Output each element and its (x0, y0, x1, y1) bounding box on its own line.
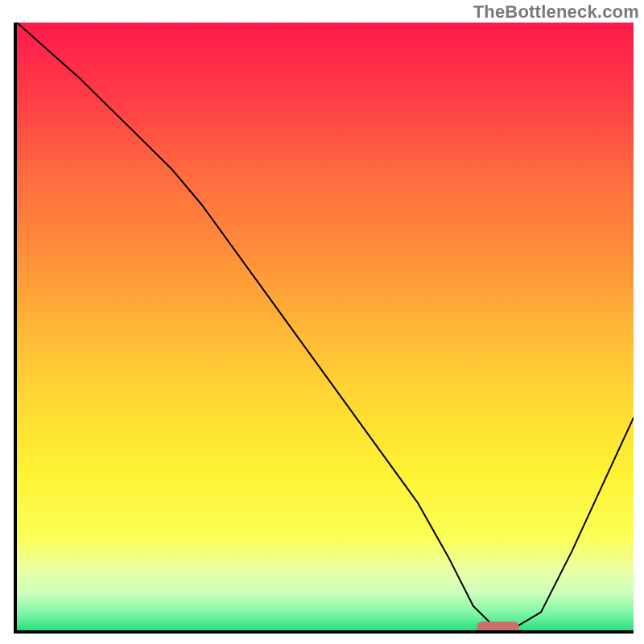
gradient-background (17, 23, 634, 630)
watermark-text: TheBottleneck.com (473, 2, 639, 23)
chart-container: TheBottleneck.com (0, 0, 644, 644)
optimal-marker (477, 621, 519, 630)
plot-svg (17, 23, 634, 630)
